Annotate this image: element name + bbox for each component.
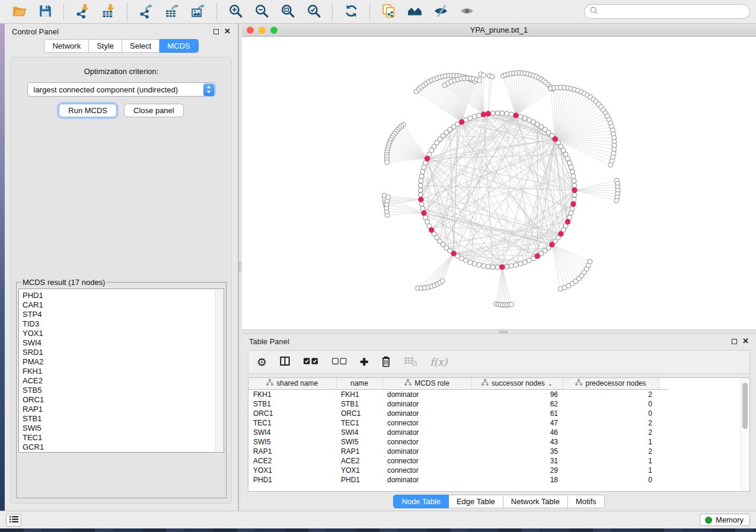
search-box[interactable] — [584, 4, 750, 19]
run-mcds-button[interactable]: Run MCDS — [59, 104, 117, 117]
list-item[interactable]: RAP1 — [23, 405, 224, 414]
tab-node-table[interactable]: Node Table — [393, 495, 449, 508]
tab-edge-table[interactable]: Edge Table — [449, 495, 503, 508]
delete-row-button[interactable] — [381, 353, 391, 371]
function-button: f(x) — [430, 353, 447, 371]
list-item[interactable]: PMA2 — [23, 357, 224, 367]
float-panel-icon[interactable] — [213, 29, 219, 34]
table-panel-title: Table Panel — [249, 337, 289, 346]
export-image-button[interactable] — [188, 3, 208, 21]
column-type-icon — [266, 379, 273, 387]
list-item[interactable]: STP4 — [23, 310, 224, 319]
network-graph[interactable] — [242, 37, 756, 329]
tab-select[interactable]: Select — [122, 39, 160, 53]
refresh-button[interactable] — [341, 3, 361, 21]
splitter-handle[interactable] — [499, 331, 508, 333]
list-item[interactable]: YOX1 — [23, 329, 224, 338]
table-row[interactable]: FKH1FKH1dominator962 — [248, 389, 668, 399]
list-item[interactable]: STB1 — [23, 414, 224, 424]
network-window-title: YPA_prune.txt_1 — [242, 25, 756, 34]
column-type-icon — [575, 379, 582, 387]
table-row[interactable]: ACE2ACE2connector311 — [248, 456, 668, 466]
network-window-titlebar[interactable]: YPA_prune.txt_1 — [242, 24, 756, 37]
first-neighbors-button[interactable] — [404, 3, 425, 21]
save-session-icon — [38, 4, 53, 20]
settings-icon: ⚙ — [257, 357, 267, 368]
close-panel-icon[interactable]: ✕ — [742, 338, 749, 344]
column-header-name[interactable]: name — [336, 378, 382, 389]
table-row[interactable]: PHD1PHD1dominator180 — [248, 475, 668, 485]
column-header-MCDS-role[interactable]: MCDS role — [382, 378, 471, 389]
criterion-select[interactable]: largest connected component (undirected) — [27, 82, 216, 97]
memory-button[interactable]: Memory — [700, 514, 750, 526]
zoom-out-button[interactable] — [251, 3, 272, 21]
zoom-in-icon — [228, 4, 243, 20]
toolbar-separator — [127, 4, 127, 20]
close-panel-button[interactable]: Close panel — [124, 104, 184, 117]
search-input[interactable] — [601, 8, 745, 16]
mcds-result-group: MCDS result (17 nodes) PHD1CAR1STP4TID3Y… — [16, 278, 227, 498]
table-header-row: shared namenameMCDS rolesuccessor nodes⌄… — [248, 378, 668, 389]
tab-style[interactable]: Style — [89, 39, 122, 53]
network-canvas[interactable] — [242, 37, 756, 329]
mcds-result-list[interactable]: PHD1CAR1STP4TID3YOX1SWI4SRD1PMA2FKH1ACE2… — [18, 289, 224, 453]
list-item[interactable]: FKH1 — [23, 367, 224, 376]
hide-selected-button[interactable] — [430, 3, 451, 21]
list-item[interactable]: TID3 — [23, 319, 224, 329]
table-row[interactable]: ORC1ORC1dominator610 — [248, 409, 668, 418]
columns-icon — [279, 355, 291, 368]
settings-button[interactable]: ⚙ — [257, 353, 267, 371]
zoom-in-button[interactable] — [225, 3, 245, 21]
list-item[interactable]: ACE2 — [23, 376, 224, 386]
table-row[interactable]: RAP1RAP1dominator352 — [248, 447, 668, 456]
tab-motifs[interactable]: Motifs — [568, 495, 605, 508]
table-row[interactable]: SWI5SWI5connector431 — [248, 437, 668, 447]
mcds-tab-content: Optimization criterion: largest connecte… — [11, 57, 232, 504]
duplicate-network-button[interactable] — [378, 3, 398, 21]
memory-status-icon — [705, 517, 712, 524]
show-all-button[interactable] — [457, 3, 477, 21]
deselect-all-button[interactable] — [331, 353, 347, 371]
duplicate-network-icon — [381, 4, 396, 20]
table-row[interactable]: STB1STB1dominator620 — [248, 399, 668, 409]
column-header-shared-name[interactable]: shared name — [248, 378, 336, 389]
scrollbar-thumb[interactable] — [742, 383, 748, 429]
list-item[interactable]: GCR1 — [23, 443, 224, 452]
list-item[interactable]: PHD1 — [23, 291, 224, 300]
import-network-button[interactable] — [72, 3, 92, 21]
toolbar-icon-groups — [6, 3, 480, 21]
table-row[interactable]: SWI4SWI4dominator462 — [248, 428, 668, 437]
column-header-predecessor-nodes[interactable]: predecessor nodes — [563, 378, 659, 389]
list-item[interactable]: CAR1 — [23, 300, 224, 310]
table-row[interactable]: TEC1TEC1connector472 — [248, 418, 668, 428]
import-table-button[interactable] — [98, 3, 119, 21]
node-table: shared namenameMCDS rolesuccessor nodes⌄… — [248, 378, 668, 485]
task-history-button[interactable] — [6, 514, 21, 527]
list-item[interactable]: ORC1 — [23, 395, 224, 405]
tab-network-table[interactable]: Network Table — [503, 495, 568, 508]
list-item[interactable]: SRD1 — [23, 348, 224, 357]
list-item[interactable]: TEC1 — [23, 433, 224, 443]
zoom-fit-button[interactable] — [277, 3, 298, 21]
list-scrollbar[interactable] — [215, 290, 223, 451]
column-header-successor-nodes[interactable]: successor nodes⌄ — [471, 378, 563, 389]
close-panel-icon[interactable]: ✕ — [224, 28, 231, 34]
list-item[interactable]: STB5 — [23, 386, 224, 395]
export-network-button[interactable] — [136, 3, 156, 21]
tab-network[interactable]: Network — [44, 39, 89, 53]
list-item[interactable]: SWI5 — [23, 424, 224, 433]
tab-mcds[interactable]: MCDS — [160, 39, 198, 53]
table-row[interactable]: YOX1YOX1connector291 — [248, 466, 668, 475]
export-table-button[interactable] — [162, 3, 182, 21]
list-item[interactable]: SWI4 — [23, 338, 224, 348]
horizontal-splitter[interactable] — [242, 329, 756, 334]
add-row-icon: ✚ — [360, 357, 368, 367]
columns-button[interactable] — [279, 353, 291, 371]
open-session-button[interactable] — [9, 3, 29, 21]
zoom-selected-button[interactable] — [304, 3, 324, 21]
float-panel-icon[interactable] — [732, 339, 737, 344]
select-all-button[interactable] — [303, 353, 319, 371]
save-session-button[interactable] — [35, 3, 55, 21]
add-row-button[interactable]: ✚ — [360, 353, 368, 371]
table-scrollbar[interactable] — [741, 378, 749, 491]
